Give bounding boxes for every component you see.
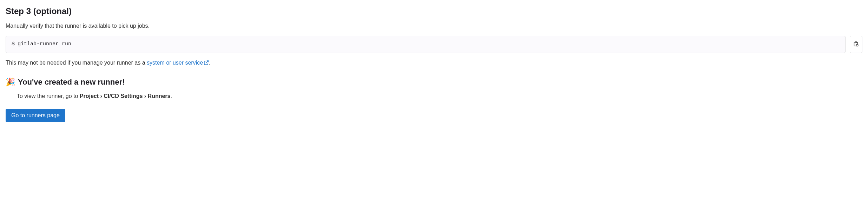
step-heading: Step 3 (optional): [6, 5, 862, 18]
note-text: This may not be needed if you manage you…: [6, 59, 862, 68]
code-prompt: $: [12, 40, 15, 48]
external-link-icon: [204, 59, 209, 68]
code-block: $ gitlab-runner run: [6, 36, 846, 53]
code-row: $ gitlab-runner run: [6, 36, 862, 53]
success-desc-prefix: To view the runner, go to: [17, 93, 80, 99]
service-link-text: system or user service: [147, 60, 203, 66]
code-command: gitlab-runner run: [18, 40, 71, 48]
copy-button[interactable]: [850, 36, 862, 53]
note-prefix: This may not be needed if you manage you…: [6, 60, 147, 66]
success-desc-suffix: .: [170, 93, 172, 99]
note-suffix: .: [209, 60, 210, 66]
success-description: To view the runner, go to Project › CI/C…: [17, 92, 862, 100]
success-desc-path: Project › CI/CD Settings › Runners: [80, 93, 171, 99]
success-heading: 🎉 You've created a new runner!: [6, 76, 862, 88]
clipboard-icon: [853, 41, 859, 48]
step-description: Manually verify that the runner is avail…: [6, 22, 862, 30]
svg-rect-1: [856, 44, 858, 46]
success-heading-text: You've created a new runner!: [18, 76, 125, 88]
service-link[interactable]: system or user service: [147, 60, 209, 66]
go-to-runners-button[interactable]: Go to runners page: [6, 109, 65, 122]
party-popper-icon: 🎉: [6, 76, 15, 88]
